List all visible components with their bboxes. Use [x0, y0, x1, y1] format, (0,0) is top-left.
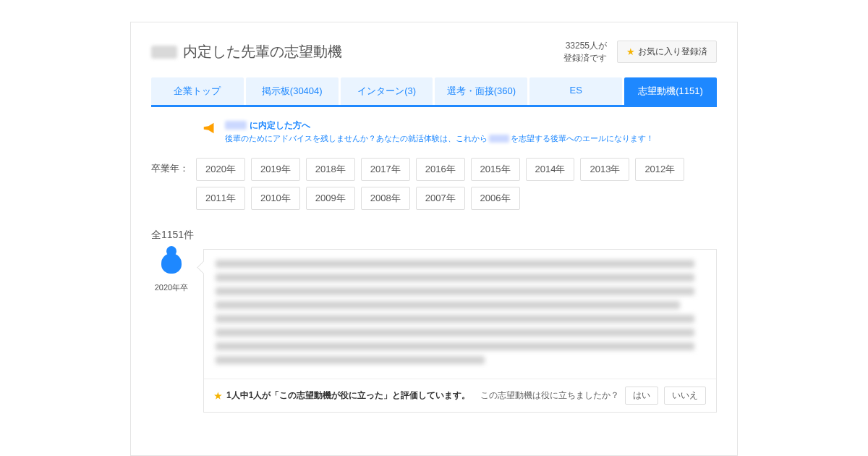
- star-icon: ★: [626, 46, 635, 57]
- year-filter-button[interactable]: 2018年: [306, 158, 355, 181]
- year-filter-button[interactable]: 2013年: [580, 158, 629, 181]
- notice-title-link[interactable]: に内定した方へ: [250, 119, 310, 132]
- year-filter-button[interactable]: 2015年: [471, 158, 520, 181]
- company-name-blurred: [225, 121, 247, 130]
- tab-1[interactable]: 掲示板(30404): [246, 77, 339, 105]
- year-filter-button[interactable]: 2016年: [416, 158, 465, 181]
- page-title: 内定した先輩の志望動機: [183, 42, 342, 62]
- year-filter-button[interactable]: 2020年: [196, 158, 245, 181]
- year-filter-button[interactable]: 2007年: [416, 187, 465, 210]
- tab-2[interactable]: インターン(3): [341, 77, 433, 105]
- avatar-icon: [161, 253, 182, 274]
- year-filter-button[interactable]: 2017年: [361, 158, 410, 181]
- megaphone-icon: [202, 120, 218, 136]
- year-filter-button[interactable]: 2010年: [251, 187, 300, 210]
- year-filter-button[interactable]: 2011年: [196, 187, 245, 210]
- tab-3[interactable]: 選考・面接(360): [435, 77, 527, 105]
- entry-body-blurred: [204, 250, 716, 379]
- year-filter-button[interactable]: 2008年: [361, 187, 410, 210]
- notice-body: 後輩のためにアドバイスを残しませんか？あなたの就活体験は、これからを志望する後輩…: [225, 132, 654, 145]
- year-filter-label: 卒業年：: [151, 158, 189, 175]
- company-name-blurred: [489, 135, 509, 143]
- rating-summary: ★ 1人中1人が「この志望動機が役に立った」と評価しています。: [214, 389, 470, 402]
- tab-0[interactable]: 企業トップ: [151, 77, 244, 105]
- year-filter-button[interactable]: 2019年: [251, 158, 300, 181]
- year-filter-button[interactable]: 2009年: [306, 187, 355, 210]
- tab-5[interactable]: 志望動機(1151): [624, 77, 717, 105]
- favorite-button[interactable]: ★ お気に入り登録済: [617, 41, 717, 63]
- helpful-question: この志望動機は役に立ちましたか？: [480, 389, 619, 402]
- company-name-blurred: [151, 46, 177, 59]
- motivation-entry-card: ★ 1人中1人が「この志望動機が役に立った」と評価しています。 この志望動機は役…: [203, 249, 717, 413]
- helpful-no-button[interactable]: いいえ: [664, 387, 706, 405]
- star-icon: ★: [214, 391, 222, 401]
- tab-bar: 企業トップ掲示板(30404)インターン(3)選考・面接(360)ES志望動機(…: [151, 77, 717, 107]
- year-filter-button[interactable]: 2014年: [526, 158, 575, 181]
- result-count: 全1151件: [151, 229, 717, 242]
- tab-4[interactable]: ES: [529, 77, 622, 105]
- year-filter-button[interactable]: 2006年: [471, 187, 520, 210]
- registered-count: 33255人が登録済です: [563, 40, 607, 64]
- year-filter-button[interactable]: 2012年: [635, 158, 684, 181]
- helpful-yes-button[interactable]: はい: [625, 387, 658, 405]
- entry-year-label: 2020年卒: [151, 282, 192, 293]
